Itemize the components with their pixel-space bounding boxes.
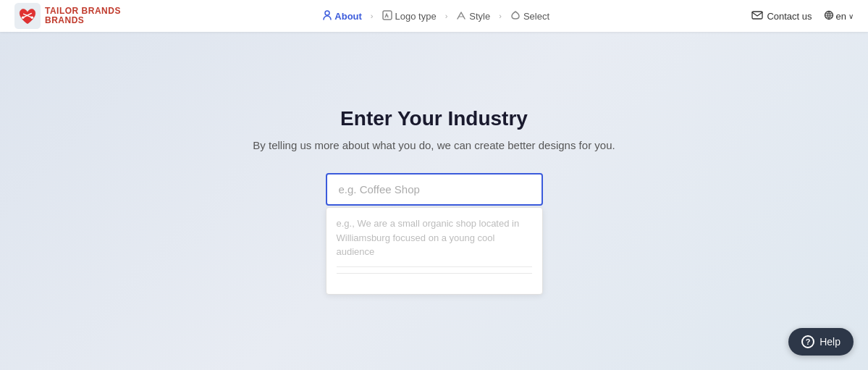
select-label: Select [523, 11, 549, 22]
svg-rect-7 [752, 12, 762, 19]
brand-name-line2: BRANDS [45, 16, 121, 25]
industry-input[interactable] [326, 173, 543, 206]
sep-2: › [445, 12, 448, 20]
nav-step-select[interactable]: Select [506, 7, 554, 25]
svg-point-3 [22, 16, 25, 19]
svg-point-4 [31, 16, 34, 19]
contact-us-label: Contact us [767, 11, 812, 22]
suggestion-box: e.g., We are a small organic shop locate… [326, 207, 543, 295]
nav-step-logo-type[interactable]: Logo type [378, 7, 441, 25]
page-subtitle: By telling us more about what you do, we… [253, 139, 615, 151]
style-icon [456, 10, 466, 22]
lang-label: en [836, 11, 846, 22]
question-icon: ? [801, 335, 814, 348]
about-label: About [334, 11, 362, 22]
svg-point-5 [325, 11, 329, 15]
select-icon [510, 10, 521, 22]
industry-input-wrapper: e.g., We are a small organic shop locate… [326, 173, 543, 295]
suggestion-text: e.g., We are a small organic shop locate… [337, 216, 532, 259]
nav-step-about[interactable]: About [319, 7, 366, 25]
lang-selector[interactable]: en ∨ [824, 10, 854, 22]
about-icon [323, 10, 332, 22]
style-label: Style [469, 11, 490, 22]
sep-1: › [371, 12, 374, 20]
nav-step-style[interactable]: Style [452, 7, 494, 25]
nav-right: Contact us en ∨ [751, 10, 854, 22]
logo-type-label: Logo type [395, 11, 437, 22]
chevron-down-icon: ∨ [848, 12, 854, 20]
envelope-icon [751, 11, 763, 22]
sep-3: › [499, 12, 502, 20]
divider-1 [337, 266, 532, 267]
divider-2 [337, 273, 532, 274]
help-button[interactable]: ? Help [788, 328, 854, 356]
logo[interactable]: TAILOR BRANDS BRANDS [14, 3, 121, 29]
page-title: Enter Your Industry [340, 107, 528, 130]
navbar: TAILOR BRANDS BRANDS About › Log [0, 0, 868, 32]
nav-steps: About › Logo type › Style › [319, 7, 554, 25]
globe-icon [824, 10, 834, 22]
main-content: Enter Your Industry By telling us more a… [0, 0, 868, 370]
help-label: Help [819, 336, 840, 348]
logo-type-icon [382, 10, 392, 22]
contact-us-link[interactable]: Contact us [751, 11, 812, 22]
